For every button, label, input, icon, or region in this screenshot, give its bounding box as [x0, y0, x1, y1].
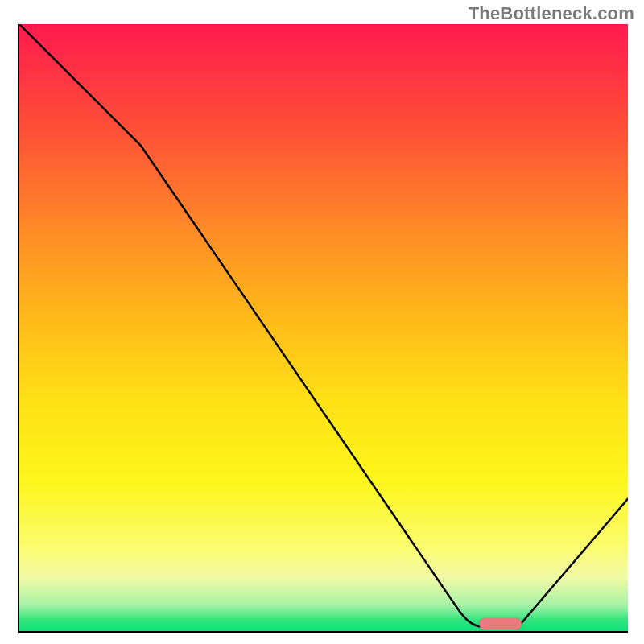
x-axis	[18, 631, 628, 633]
watermark-text: TheBottleneck.com	[469, 3, 634, 24]
curve-svg	[19, 24, 628, 633]
plot-area	[19, 24, 628, 633]
optimum-marker	[479, 618, 522, 630]
chart-container: TheBottleneck.com	[0, 0, 644, 644]
bottleneck-curve-path	[19, 24, 628, 626]
y-axis	[18, 24, 19, 633]
